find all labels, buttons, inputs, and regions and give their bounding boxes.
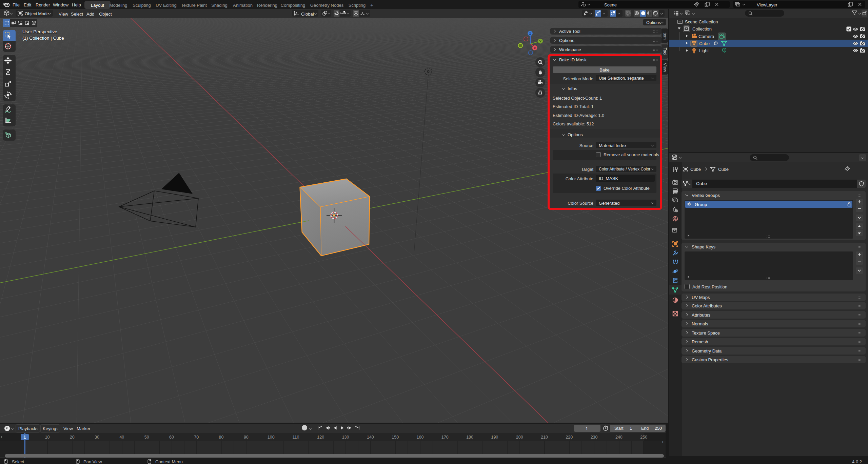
svg-text:X: X [534,46,536,50]
svg-text:Y: Y [539,39,542,43]
svg-text:Z: Z [529,32,531,35]
